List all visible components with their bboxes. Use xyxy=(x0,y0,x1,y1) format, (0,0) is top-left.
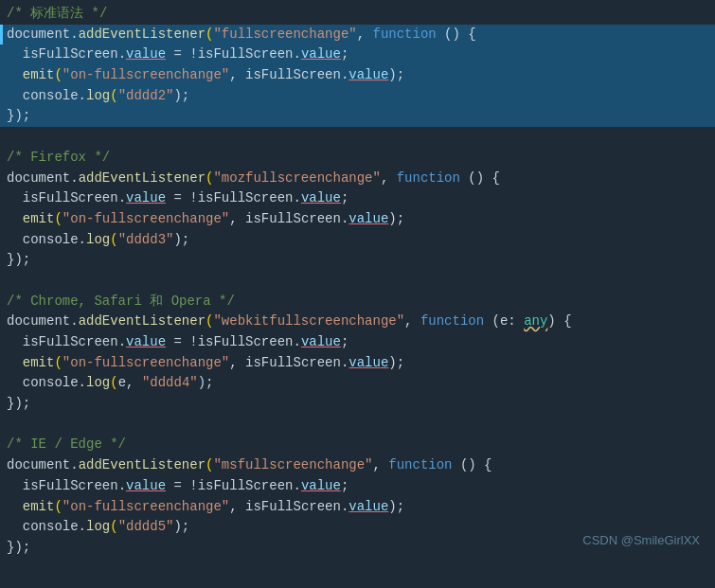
code-line: /* IE / Edge */ xyxy=(3,435,126,455)
line-text: /* 标准语法 */ xyxy=(3,4,107,25)
line-text: emit("on-fullscreenchange", isFullScreen… xyxy=(3,65,404,86)
line-text: /* Chrome, Safari 和 Opera */ xyxy=(3,292,235,312)
line-text: console.log("dddd3"); xyxy=(3,230,189,251)
code-line: document.addEventListener("mozfullscreen… xyxy=(3,169,500,189)
line-row: console.log("dddd3"); xyxy=(0,230,715,251)
line-text: emit("on-fullscreenchange", isFullScreen… xyxy=(3,353,404,374)
line-row: }); xyxy=(0,106,715,127)
line-text xyxy=(3,127,14,148)
line-row: document.addEventListener("msfullscreenc… xyxy=(0,455,715,476)
code-line: console.log("dddd5"); xyxy=(3,517,189,538)
line-text: document.addEventListener("mozfullscreen… xyxy=(3,169,500,189)
code-line: emit("on-fullscreenchange", isFullScreen… xyxy=(3,65,404,86)
code-line: }); xyxy=(3,394,30,415)
code-line: document.addEventListener("msfullscreenc… xyxy=(3,455,492,476)
line-row: isFullScreen.value = !isFullScreen.value… xyxy=(0,476,715,497)
line-text: }); xyxy=(3,250,30,271)
line-text: isFullScreen.value = !isFullScreen.value… xyxy=(3,188,349,209)
line-text: emit("on-fullscreenchange", isFullScreen… xyxy=(3,209,404,230)
line-text xyxy=(3,415,14,436)
line-text: isFullScreen.value = !isFullScreen.value… xyxy=(3,476,349,497)
line-row: isFullScreen.value = !isFullScreen.value… xyxy=(0,188,715,209)
line-text: console.log("dddd5"); xyxy=(3,517,189,538)
line-row: }); xyxy=(0,250,715,271)
code-line: document.addEventListener("fullscreencha… xyxy=(3,25,476,45)
line-row: console.log(e, "dddd4"); xyxy=(0,373,715,394)
code-line: }); xyxy=(3,250,30,271)
line-text: isFullScreen.value = !isFullScreen.value… xyxy=(3,45,349,65)
line-row: emit("on-fullscreenchange", isFullScreen… xyxy=(0,353,715,374)
line-text: /* IE / Edge */ xyxy=(3,435,126,455)
line-text: emit("on-fullscreenchange", isFullScreen… xyxy=(3,497,404,518)
line-row: /* Chrome, Safari 和 Opera */ xyxy=(0,292,715,312)
line-row: }); xyxy=(0,394,715,415)
line-row: document.addEventListener("webkitfullscr… xyxy=(0,312,715,332)
code-line: /* 标准语法 */ xyxy=(3,4,107,25)
line-row: /* 标准语法 */ xyxy=(0,4,715,25)
code-line: emit("on-fullscreenchange", isFullScreen… xyxy=(3,209,404,230)
line-row: document.addEventListener("mozfullscreen… xyxy=(0,169,715,189)
line-text: }); xyxy=(3,394,30,415)
line-text: document.addEventListener("webkitfullscr… xyxy=(3,312,572,332)
line-text: console.log(e, "dddd4"); xyxy=(3,373,214,394)
line-row: emit("on-fullscreenchange", isFullScreen… xyxy=(0,65,715,86)
line-row xyxy=(0,127,715,148)
line-text: console.log("dddd2"); xyxy=(3,86,189,107)
line-text xyxy=(3,271,14,292)
line-row xyxy=(0,415,715,436)
line-row: console.log("dddd2"); xyxy=(0,86,715,107)
line-row: emit("on-fullscreenchange", isFullScreen… xyxy=(0,497,715,518)
line-row: isFullScreen.value = !isFullScreen.value… xyxy=(0,45,715,65)
code-line: }); xyxy=(3,106,30,127)
line-text: document.addEventListener("fullscreencha… xyxy=(3,25,476,45)
code-line: /* Firefox */ xyxy=(3,148,110,169)
code-line: isFullScreen.value = !isFullScreen.value… xyxy=(3,45,349,65)
line-row: /* IE / Edge */ xyxy=(0,435,715,455)
code-line: isFullScreen.value = !isFullScreen.value… xyxy=(3,188,349,209)
line-text: isFullScreen.value = !isFullScreen.value… xyxy=(3,332,349,353)
code-line: console.log("dddd2"); xyxy=(3,86,189,107)
code-line: console.log(e, "dddd4"); xyxy=(3,373,214,394)
code-line xyxy=(3,415,14,436)
line-row: /* Firefox */ xyxy=(0,148,715,169)
line-row: document.addEventListener("fullscreencha… xyxy=(0,25,715,45)
code-line: isFullScreen.value = !isFullScreen.value… xyxy=(3,332,349,353)
line-text: }); xyxy=(3,538,30,559)
line-row: emit("on-fullscreenchange", isFullScreen… xyxy=(0,209,715,230)
line-text: /* Firefox */ xyxy=(3,148,110,169)
code-line: emit("on-fullscreenchange", isFullScreen… xyxy=(3,353,404,374)
watermark: CSDN @SmileGirlXX xyxy=(582,531,700,550)
line-row: isFullScreen.value = !isFullScreen.value… xyxy=(0,332,715,353)
code-line: /* Chrome, Safari 和 Opera */ xyxy=(3,292,235,312)
line-text: document.addEventListener("msfullscreenc… xyxy=(3,455,492,476)
code-line xyxy=(3,127,14,148)
code-line: console.log("dddd3"); xyxy=(3,230,189,251)
code-line: emit("on-fullscreenchange", isFullScreen… xyxy=(3,497,404,518)
code-line: isFullScreen.value = !isFullScreen.value… xyxy=(3,476,349,497)
line-row xyxy=(0,271,715,292)
code-line: }); xyxy=(3,538,30,559)
code-line: document.addEventListener("webkitfullscr… xyxy=(3,312,572,332)
code-line xyxy=(3,271,14,292)
line-text: }); xyxy=(3,106,30,127)
code-editor: /* 标准语法 */ document.addEventListener("fu… xyxy=(0,0,715,562)
